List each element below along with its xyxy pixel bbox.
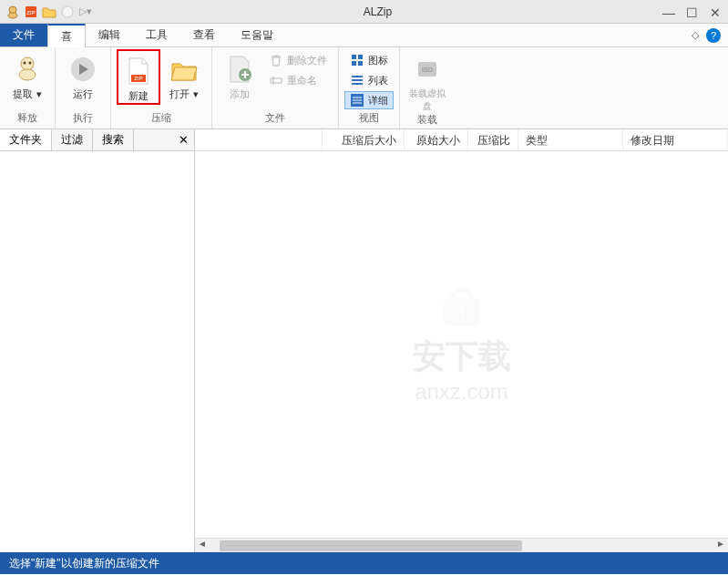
svg-rect-30 <box>460 313 464 319</box>
mount-button[interactable]: ISO 装载虚拟盘 <box>405 49 449 113</box>
play-dropdown-icon[interactable]: ▷▾ <box>78 5 93 19</box>
svg-rect-16 <box>358 55 363 59</box>
titlebar: ZIP ▷▾ ALZip — ☐ ✕ <box>0 0 728 24</box>
sidebar: 文件夹 过滤 搜索 ✕ <box>0 129 195 552</box>
svg-rect-28 <box>444 299 480 326</box>
menu-tools[interactable]: 工具 <box>133 24 180 46</box>
column-headers: 压缩后大小 原始大小 压缩比 类型 修改日期 <box>195 129 728 151</box>
status-text: 选择"新建"以创建新的压缩文件 <box>9 556 159 571</box>
menu-view[interactable]: 查看 <box>180 24 228 46</box>
svg-text:ZIP: ZIP <box>134 76 142 81</box>
run-button[interactable]: 运行 <box>61 49 105 101</box>
delete-button[interactable]: 删除文件 <box>263 51 333 69</box>
scroll-thumb[interactable] <box>220 540 522 551</box>
file-list-body: 安下载 anxz.com <box>195 151 728 538</box>
col-name[interactable] <box>195 129 323 150</box>
svg-text:ISO: ISO <box>422 67 434 73</box>
col-original[interactable]: 原始大小 <box>405 129 468 150</box>
sidebar-tab-filter[interactable]: 过滤 <box>52 129 93 150</box>
sidebar-body <box>0 151 194 552</box>
folder-icon[interactable] <box>42 5 56 19</box>
col-modified[interactable]: 修改日期 <box>623 129 728 150</box>
col-ratio[interactable]: 压缩比 <box>468 129 518 150</box>
window-title: ALZip <box>93 5 662 18</box>
help-icon[interactable]: ? <box>706 28 721 43</box>
watermark: 安下载 anxz.com <box>413 285 511 405</box>
rename-button[interactable]: 重命名 <box>263 71 333 89</box>
svg-point-4 <box>62 6 73 17</box>
trash-icon <box>269 53 283 67</box>
sidebar-tab-folder[interactable]: 文件夹 <box>0 129 52 150</box>
menu-edit[interactable]: 编辑 <box>86 24 133 46</box>
ribbon-group-run: 运行 执行 <box>56 47 111 128</box>
zip-icon[interactable]: ZIP <box>24 5 38 19</box>
scroll-left-arrow[interactable]: ◄ <box>195 539 210 553</box>
view-list-button[interactable]: 列表 <box>344 71 394 89</box>
svg-rect-18 <box>358 61 363 66</box>
ribbon: 提取 ▾ 释放 运行 执行 ZIP 新建 打开 ▾ 压缩 <box>0 47 728 129</box>
sidebar-tab-search[interactable]: 搜索 <box>93 129 134 150</box>
sidebar-close-button[interactable]: ✕ <box>173 129 194 150</box>
svg-rect-17 <box>352 61 356 66</box>
statusbar: 选择"新建"以创建新的压缩文件 <box>0 552 728 574</box>
minimize-button[interactable]: — <box>662 5 675 18</box>
view-icons-button[interactable]: 图标 <box>344 51 394 69</box>
add-button[interactable]: 添加 <box>218 49 261 101</box>
svg-point-8 <box>29 62 32 65</box>
rename-icon <box>269 73 283 87</box>
maximize-button[interactable]: ☐ <box>686 5 699 18</box>
ribbon-group-compress: ZIP 新建 打开 ▾ 压缩 <box>111 47 212 128</box>
view-details-button[interactable]: 详细 <box>344 91 394 109</box>
new-button[interactable]: ZIP 新建 <box>117 49 160 105</box>
svg-text:ZIP: ZIP <box>26 10 35 15</box>
mascot-icon[interactable] <box>60 5 75 19</box>
collapse-ribbon-icon[interactable]: ◇ <box>692 29 699 41</box>
svg-point-6 <box>19 69 36 80</box>
ribbon-group-release: 提取 ▾ 释放 <box>0 47 56 128</box>
scroll-right-arrow[interactable]: ► <box>713 539 728 553</box>
svg-rect-13 <box>271 78 282 83</box>
col-type[interactable]: 类型 <box>518 129 623 150</box>
ribbon-group-file: 添加 删除文件 重命名 文件 <box>212 47 339 128</box>
ribbon-group-view: 图标 列表 详细 视图 <box>339 47 400 128</box>
extract-button[interactable]: 提取 ▾ <box>5 49 49 101</box>
menubar: 文件 喜 编辑 工具 查看 도움말 ◇ ? <box>0 24 728 47</box>
menu-home[interactable]: 喜 <box>47 24 86 47</box>
close-button[interactable]: ✕ <box>710 5 723 18</box>
svg-point-1 <box>8 13 17 18</box>
app-icon <box>5 5 20 19</box>
content-area: 文件夹 过滤 搜索 ✕ 压缩后大小 原始大小 压缩比 类型 修改日期 安下载 a… <box>0 129 728 552</box>
main-panel: 压缩后大小 原始大小 压缩比 类型 修改日期 安下载 anxz.com ◄ ► <box>195 129 728 552</box>
menu-help[interactable]: 도움말 <box>228 24 286 46</box>
svg-point-29 <box>458 307 466 314</box>
col-compressed[interactable]: 压缩后大小 <box>323 129 405 150</box>
list-lines-icon <box>350 73 364 87</box>
details-icon <box>350 93 364 108</box>
svg-point-7 <box>24 62 26 65</box>
svg-rect-15 <box>352 55 356 59</box>
open-button[interactable]: 打开 ▾ <box>162 49 206 101</box>
grid-icon <box>350 53 364 67</box>
menu-file[interactable]: 文件 <box>0 24 47 46</box>
horizontal-scrollbar[interactable]: ◄ ► <box>195 538 728 552</box>
ribbon-group-mount: ISO 装载虚拟盘 装载 <box>400 47 455 128</box>
svg-point-5 <box>21 57 34 70</box>
